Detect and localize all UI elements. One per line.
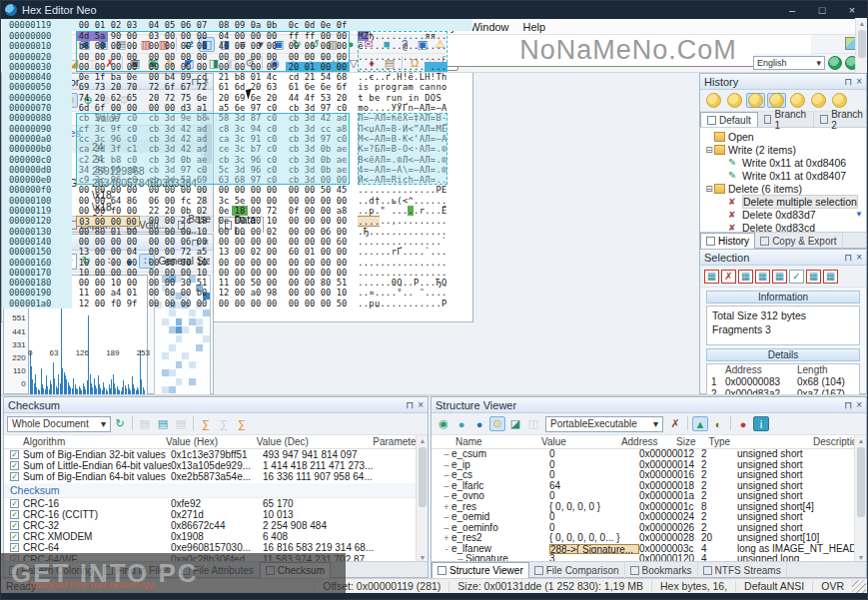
hex-byte[interactable]: 12 [216, 288, 232, 298]
hex-byte[interactable]: 97 [248, 103, 264, 113]
hex-byte[interactable]: c0 [264, 165, 280, 175]
hex-byte[interactable]: 00 [334, 62, 350, 72]
tab-file-attributes[interactable]: File Attributes [176, 562, 260, 578]
hex-byte[interactable]: 00 [286, 41, 302, 51]
hex-byte[interactable]: 00 [216, 268, 232, 278]
checksum-row[interactable]: ✓CRC-640xe9608157030...16 816 583 219 31… [4, 542, 428, 553]
hex-byte[interactable]: cb [286, 165, 302, 175]
hex-byte[interactable]: ce [216, 144, 232, 154]
hex-byte[interactable]: 00 [216, 227, 232, 237]
column-header[interactable]: Value (Dec) [254, 435, 370, 448]
hex-byte[interactable]: 96 [108, 165, 124, 175]
hex-byte[interactable]: 00 [334, 41, 350, 51]
hex-byte[interactable]: a8 [334, 124, 350, 134]
checkbox[interactable]: ✓ [10, 543, 19, 552]
hex-byte[interactable]: 00 [302, 227, 318, 237]
hex-byte[interactable]: 00 [232, 216, 248, 226]
hex-byte[interactable]: 00 [92, 196, 108, 206]
hex-byte[interactable]: cb [146, 165, 162, 175]
hex-byte[interactable]: 00 [92, 185, 108, 195]
hex-byte[interactable]: 00 [146, 278, 162, 288]
checkbox[interactable]: ✓ [10, 461, 19, 470]
hex-byte[interactable]: 00 [162, 227, 178, 237]
sv-remove-icon[interactable]: ● [735, 416, 751, 431]
history-import-icon[interactable] [809, 93, 828, 108]
hex-grid[interactable]: 00000119000102030405060708090a0b0c0d0e0f… [2, 19, 472, 308]
hex-byte[interactable]: 00 [232, 288, 248, 298]
hex-byte[interactable]: 12 [76, 299, 92, 308]
hex-byte[interactable]: 4d [76, 31, 92, 41]
hex-byte[interactable]: 00 [232, 62, 248, 72]
hex-byte[interactable]: 21 [302, 72, 318, 82]
hex-row[interactable]: 0000018000001000000030511100500000008051… [2, 278, 472, 288]
hex-byte[interactable]: 00 [146, 258, 162, 268]
hex-byte[interactable]: 3d [302, 165, 318, 175]
hex-byte[interactable]: 3d [302, 113, 318, 123]
selection-export-icon[interactable]: ▦ [823, 270, 838, 284]
hex-byte[interactable]: 50 [334, 299, 350, 308]
hex-row[interactable]: 000001901100a401000000b01200a09800000010… [2, 288, 472, 298]
hex-byte[interactable]: 3d [92, 165, 108, 175]
hex-byte[interactable]: c0 [264, 134, 280, 144]
hex-byte[interactable]: 00 [146, 227, 162, 237]
hex-byte[interactable]: a4 [108, 288, 124, 298]
hex-byte[interactable]: 00 [248, 196, 264, 206]
hex-byte[interactable]: 00 [124, 185, 140, 195]
hex-row[interactable]: 00000090cf3c9fc0cb3d42adc83c94c0cb3dcca8… [2, 124, 472, 134]
hex-byte[interactable]: 00 [162, 185, 178, 195]
hex-byte[interactable]: 20 [146, 93, 162, 103]
structure-scheme-select[interactable]: PortableExecutable▾ [545, 416, 663, 432]
hex-byte[interactable]: 00 [146, 247, 162, 257]
hex-byte[interactable]: 97 [108, 113, 124, 123]
hex-byte[interactable]: 62 [108, 93, 124, 103]
hex-byte[interactable]: 00 [162, 103, 178, 113]
hex-row[interactable]: 0000014000000000000006000000000000000060… [2, 237, 472, 247]
hex-byte[interactable]: 65 [124, 93, 140, 103]
hex-byte[interactable]: 00 [108, 52, 124, 62]
hex-byte[interactable]: 68 [232, 175, 248, 185]
minimize-button[interactable]: – [777, 1, 807, 19]
hex-byte[interactable]: 00 [146, 299, 162, 308]
hex-byte[interactable]: 00 [248, 268, 264, 278]
hex-byte[interactable]: b4 [162, 72, 178, 82]
hex-byte[interactable]: 00 [216, 185, 232, 195]
hex-byte[interactable]: 00 [108, 41, 124, 51]
hex-byte[interactable]: 3d [162, 165, 178, 175]
hex-byte[interactable]: 00 [162, 41, 178, 51]
hex-byte[interactable]: cd [286, 72, 302, 82]
pin-icon[interactable]: ⊓ [844, 399, 852, 410]
hex-byte[interactable]: cd [194, 72, 210, 82]
sv-info-icon[interactable]: i [753, 416, 769, 431]
hex-byte[interactable]: b8 [232, 72, 248, 82]
sv-import-icon[interactable]: ◫ [525, 416, 541, 431]
hex-byte[interactable]: 00 [264, 247, 280, 257]
hex-byte[interactable]: 00 [232, 41, 248, 51]
hex-byte[interactable]: cb [286, 175, 302, 185]
hex-byte[interactable]: cc [318, 124, 334, 134]
hex-byte[interactable]: 6f [92, 103, 108, 113]
hex-byte[interactable]: 42 [178, 124, 194, 134]
hex-byte[interactable]: 00 [92, 299, 108, 308]
hex-byte[interactable]: 00 [264, 278, 280, 288]
hex-byte[interactable]: 0b [178, 155, 194, 165]
hex-byte[interactable]: 5a [92, 31, 108, 41]
hex-byte[interactable]: c0 [264, 124, 280, 134]
chevron-down-icon[interactable]: ▼ [855, 210, 866, 219]
hex-byte[interactable]: cb [286, 134, 302, 144]
hex-byte[interactable]: 01 [248, 72, 264, 82]
hex-byte[interactable]: 06 [178, 237, 194, 247]
hex-byte[interactable]: 00 [286, 288, 302, 298]
hex-byte[interactable]: cb [286, 113, 302, 123]
hex-row[interactable]: 000000d0343d96c0cb3d97c05c3d96c0cb3d0bae… [2, 165, 472, 175]
hex-byte[interactable]: 00 [248, 185, 264, 195]
hex-byte[interactable]: 00 [302, 268, 318, 278]
hex-byte[interactable]: c9 [76, 175, 92, 185]
pin-icon[interactable]: ⊓ [844, 252, 852, 263]
hex-byte[interactable]: 3d [302, 155, 318, 165]
ascii-char[interactable]: . [441, 288, 447, 298]
column-header[interactable]: Type [705, 435, 809, 448]
hex-byte[interactable]: 30 [178, 278, 194, 288]
close-icon[interactable]: × [856, 76, 862, 87]
hex-byte[interactable]: 00 [286, 185, 302, 195]
hex-byte[interactable]: 21 [216, 72, 232, 82]
